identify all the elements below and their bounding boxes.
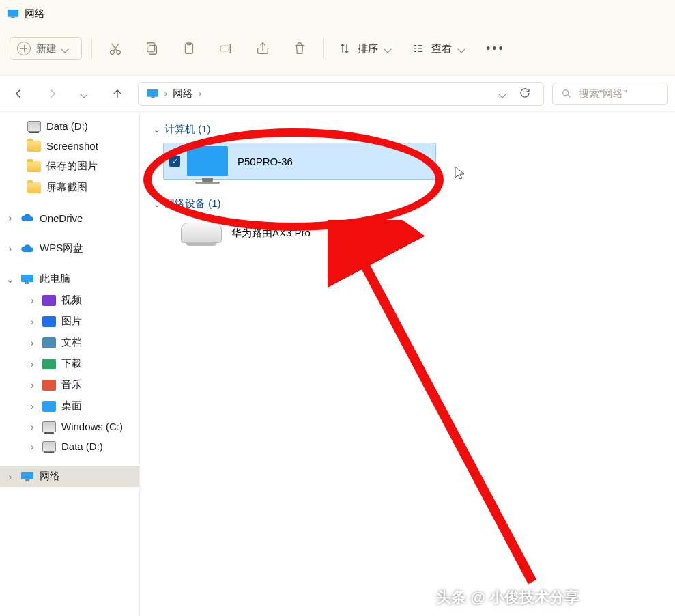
plus-icon bbox=[17, 42, 31, 55]
cloud-icon bbox=[20, 242, 34, 255]
chevron-down-icon[interactable] bbox=[500, 90, 506, 97]
content-pane: ⌄ 计算机 (1) ✓ P50PRO-36 ⌄ 网络设备 (1) 华为路由AX3… bbox=[140, 112, 675, 616]
breadcrumb-separator: › bbox=[199, 89, 201, 98]
sort-button[interactable]: 排序 bbox=[333, 42, 397, 55]
search-icon bbox=[561, 88, 572, 99]
forward-button[interactable] bbox=[40, 81, 64, 106]
sidebar-item-screenshot[interactable]: Screenshot bbox=[0, 136, 139, 156]
sidebar-item-downloads[interactable]: ›下载 bbox=[0, 353, 139, 374]
sidebar: Data (D:) Screenshot 保存的图片 屏幕截图 ›OneDriv… bbox=[0, 112, 140, 616]
chevron-down-icon bbox=[459, 45, 465, 52]
network-icon bbox=[147, 89, 159, 98]
pc-icon bbox=[20, 273, 34, 285]
router-icon bbox=[181, 223, 222, 243]
sidebar-item-thispc[interactable]: ⌄此电脑 bbox=[0, 268, 139, 290]
back-button[interactable] bbox=[7, 81, 31, 106]
sidebar-item-wps[interactable]: ›WPS网盘 bbox=[0, 238, 139, 259]
svg-point-11 bbox=[563, 90, 569, 96]
chevron-down-icon bbox=[385, 45, 392, 52]
desktop-folder-icon bbox=[42, 401, 56, 412]
chevron-down-icon: ⌄ bbox=[5, 274, 15, 285]
chevron-down-icon bbox=[81, 90, 88, 97]
svg-rect-5 bbox=[147, 43, 155, 52]
chevron-down-icon: ⌄ bbox=[154, 199, 160, 209]
document-folder-icon bbox=[42, 337, 56, 348]
cut-button[interactable] bbox=[102, 35, 129, 62]
video-folder-icon bbox=[42, 295, 56, 306]
svg-rect-15 bbox=[25, 479, 29, 481]
refresh-button[interactable] bbox=[519, 87, 531, 101]
cloud-icon bbox=[20, 212, 34, 224]
sidebar-item-data-d[interactable]: Data (D:) bbox=[0, 116, 139, 136]
sidebar-item-screencap[interactable]: 屏幕截图 bbox=[0, 177, 139, 198]
sidebar-item-desktop[interactable]: ›桌面 bbox=[0, 395, 139, 417]
share-button[interactable] bbox=[249, 35, 276, 62]
computer-name: P50PRO-36 bbox=[238, 156, 293, 167]
view-label: 查看 bbox=[431, 42, 452, 55]
computer-item[interactable]: ✓ P50PRO-36 bbox=[163, 143, 436, 180]
check-icon[interactable]: ✓ bbox=[169, 156, 180, 167]
chevron-right-icon: › bbox=[27, 380, 37, 391]
network-icon bbox=[20, 471, 34, 483]
svg-rect-8 bbox=[220, 46, 229, 51]
view-button[interactable]: 查看 bbox=[407, 42, 471, 55]
folder-icon bbox=[27, 182, 41, 193]
chevron-right-icon: › bbox=[5, 471, 15, 482]
svg-rect-12 bbox=[21, 275, 33, 282]
search-input[interactable]: 搜索"网络" bbox=[552, 83, 668, 105]
paste-button[interactable] bbox=[175, 35, 203, 62]
router-item[interactable]: 华为路由AX3 Pro bbox=[175, 220, 664, 246]
sidebar-item-windows-c[interactable]: ›Windows (C:) bbox=[0, 417, 139, 436]
folder-icon bbox=[27, 141, 41, 152]
search-placeholder: 搜索"网络" bbox=[579, 87, 627, 100]
sidebar-item-data-d2[interactable]: ›Data (D:) bbox=[0, 436, 139, 456]
breadcrumb-location[interactable]: 网络 bbox=[173, 87, 193, 100]
svg-rect-14 bbox=[21, 472, 33, 479]
sidebar-item-pictures[interactable]: ›图片 bbox=[0, 311, 139, 332]
chevron-down-icon bbox=[62, 45, 69, 52]
drive-icon bbox=[27, 121, 41, 132]
divider bbox=[323, 39, 324, 58]
watermark: 头条 @ 小俊技术分享 bbox=[436, 587, 579, 608]
window-title: 网络 bbox=[25, 8, 45, 20]
up-button[interactable] bbox=[105, 81, 130, 106]
sidebar-item-documents[interactable]: ›文档 bbox=[0, 332, 139, 353]
group-network-devices[interactable]: ⌄ 网络设备 (1) bbox=[151, 193, 664, 214]
address-bar[interactable]: › 网络 › bbox=[138, 82, 544, 106]
chevron-right-icon: › bbox=[27, 421, 37, 432]
drive-icon bbox=[42, 421, 56, 432]
group-label: 网络设备 (1) bbox=[164, 197, 221, 210]
command-bar: 新建 排序 查看 ••• bbox=[0, 27, 675, 75]
group-computers[interactable]: ⌄ 计算机 (1) bbox=[151, 119, 664, 140]
new-button[interactable]: 新建 bbox=[10, 37, 82, 60]
svg-rect-13 bbox=[25, 282, 29, 284]
sidebar-item-network[interactable]: ›网络 bbox=[0, 466, 139, 487]
copy-button[interactable] bbox=[139, 35, 166, 62]
more-button[interactable]: ••• bbox=[480, 42, 511, 56]
titlebar: 网络 bbox=[0, 0, 675, 27]
chevron-down-icon: ⌄ bbox=[154, 125, 160, 135]
svg-rect-9 bbox=[147, 89, 158, 97]
folder-icon bbox=[27, 161, 41, 172]
chevron-right-icon: › bbox=[27, 401, 37, 412]
sidebar-item-videos[interactable]: ›视频 bbox=[0, 290, 139, 311]
divider bbox=[91, 39, 92, 58]
drive-icon bbox=[42, 441, 56, 452]
router-name: 华为路由AX3 Pro bbox=[231, 227, 311, 240]
svg-rect-0 bbox=[8, 10, 18, 17]
sidebar-item-music[interactable]: ›音乐 bbox=[0, 374, 139, 395]
sidebar-item-onedrive[interactable]: ›OneDrive bbox=[0, 208, 139, 228]
svg-rect-4 bbox=[149, 45, 156, 54]
chevron-right-icon: › bbox=[27, 359, 37, 369]
monitor-icon bbox=[187, 146, 228, 176]
recent-button[interactable] bbox=[72, 81, 97, 106]
chevron-right-icon: › bbox=[5, 212, 15, 223]
sidebar-item-saved-pics[interactable]: 保存的图片 bbox=[0, 156, 139, 177]
rename-button[interactable] bbox=[212, 35, 240, 62]
breadcrumb-separator: › bbox=[164, 89, 167, 98]
sort-label: 排序 bbox=[358, 42, 378, 55]
svg-rect-1 bbox=[11, 17, 14, 18]
delete-button[interactable] bbox=[286, 35, 313, 62]
chevron-right-icon: › bbox=[27, 316, 37, 327]
music-folder-icon bbox=[42, 380, 56, 391]
